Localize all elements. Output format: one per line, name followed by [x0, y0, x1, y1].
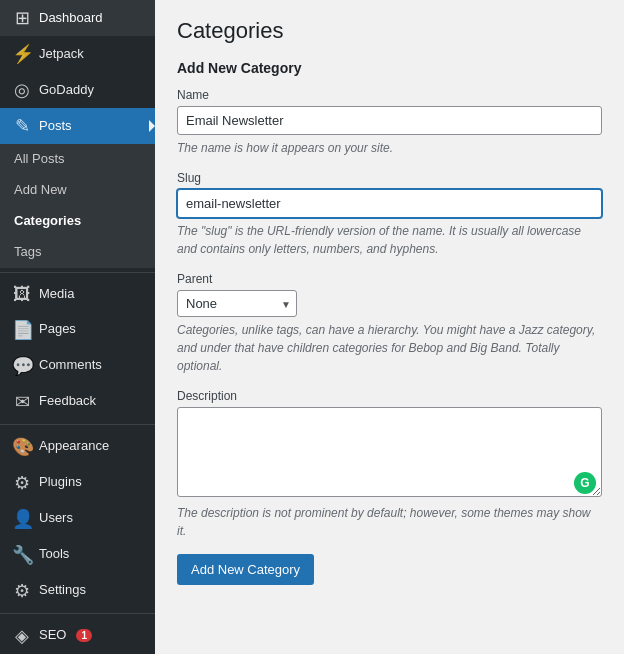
name-input[interactable]	[177, 106, 602, 135]
sidebar-item-label: All Posts	[14, 151, 65, 168]
sidebar-item-godaddy[interactable]: ◎ GoDaddy	[0, 72, 155, 108]
comments-icon: 💬	[12, 355, 32, 377]
sidebar-item-label: Users	[39, 510, 73, 527]
sidebar-item-label: Tags	[14, 244, 41, 261]
sidebar-item-dashboard[interactable]: ⊞ Dashboard	[0, 0, 155, 36]
godaddy-icon: ◎	[12, 79, 32, 101]
media-icon: 🖼	[12, 284, 32, 305]
slug-field-group: Slug The "slug" is the URL-friendly vers…	[177, 171, 602, 258]
description-field-group: Description G The description is not pro…	[177, 389, 602, 540]
sidebar-item-label: Settings	[39, 582, 86, 599]
sidebar-item-label: SEO	[39, 627, 66, 644]
page-title: Categories	[177, 18, 602, 44]
appearance-icon: 🎨	[12, 436, 32, 458]
add-new-category-button[interactable]: Add New Category	[177, 554, 314, 585]
sidebar-item-label: Pages	[39, 321, 76, 338]
sidebar-item-label: Tools	[39, 546, 69, 563]
sidebar-item-label: Categories	[14, 213, 81, 230]
posts-submenu: All Posts Add New Categories Tags	[0, 144, 155, 268]
sidebar-item-label: Jetpack	[39, 46, 84, 63]
sidebar-item-seo[interactable]: ◈ SEO 1	[0, 618, 155, 654]
sidebar-item-all-posts[interactable]: All Posts	[0, 144, 155, 175]
tools-icon: 🔧	[12, 544, 32, 566]
parent-select-wrapper: None ▼	[177, 290, 297, 317]
slug-label: Slug	[177, 171, 602, 185]
plugins-icon: ⚙	[12, 472, 32, 494]
add-new-section-title: Add New Category	[177, 60, 602, 76]
sidebar-item-label: Dashboard	[39, 10, 103, 27]
parent-field-group: Parent None ▼ Categories, unlike tags, c…	[177, 272, 602, 375]
sidebar-item-tags[interactable]: Tags	[0, 237, 155, 268]
users-icon: 👤	[12, 508, 32, 530]
main-content: Categories Add New Category Name The nam…	[155, 0, 624, 654]
sidebar-item-tools[interactable]: 🔧 Tools	[0, 537, 155, 573]
parent-label: Parent	[177, 272, 602, 286]
parent-select[interactable]: None	[177, 290, 297, 317]
settings-icon: ⚙	[12, 580, 32, 602]
pages-icon: 📄	[12, 319, 32, 341]
dashboard-icon: ⊞	[12, 7, 32, 29]
description-label: Description	[177, 389, 602, 403]
sidebar-item-label: Comments	[39, 357, 102, 374]
seo-icon: ◈	[12, 625, 32, 647]
description-hint: The description is not prominent by defa…	[177, 504, 602, 540]
name-hint: The name is how it appears on your site.	[177, 139, 602, 157]
slug-input[interactable]	[177, 189, 602, 218]
parent-hint: Categories, unlike tags, can have a hier…	[177, 321, 602, 375]
description-textarea[interactable]	[177, 407, 602, 497]
grammarly-icon: G	[574, 472, 596, 494]
slug-hint: The "slug" is the URL-friendly version o…	[177, 222, 602, 258]
jetpack-icon: ⚡	[12, 43, 32, 65]
posts-icon: ✎	[12, 115, 32, 137]
feedback-icon: ✉	[12, 391, 32, 413]
description-textarea-wrapper: G	[177, 407, 602, 500]
sidebar-item-comments[interactable]: 💬 Comments	[0, 348, 155, 384]
name-field-group: Name The name is how it appears on your …	[177, 88, 602, 157]
sidebar-item-pages[interactable]: 📄 Pages	[0, 312, 155, 348]
sidebar-item-add-new[interactable]: Add New	[0, 175, 155, 206]
sidebar-item-appearance[interactable]: 🎨 Appearance	[0, 429, 155, 465]
sidebar-item-feedback[interactable]: ✉ Feedback	[0, 384, 155, 420]
sidebar-item-label: Feedback	[39, 393, 96, 410]
sidebar-item-categories[interactable]: Categories	[0, 206, 155, 237]
name-label: Name	[177, 88, 602, 102]
sidebar-item-media[interactable]: 🖼 Media	[0, 277, 155, 312]
sidebar-item-jetpack[interactable]: ⚡ Jetpack	[0, 36, 155, 72]
sidebar-item-settings[interactable]: ⚙ Settings	[0, 573, 155, 609]
seo-badge: 1	[76, 629, 92, 642]
sidebar-item-posts[interactable]: ✎ Posts	[0, 108, 155, 144]
sidebar-item-label: Plugins	[39, 474, 82, 491]
sidebar-item-label: Media	[39, 286, 74, 303]
sidebar-item-label: GoDaddy	[39, 82, 94, 99]
sidebar: ⊞ Dashboard ⚡ Jetpack ◎ GoDaddy ✎ Posts …	[0, 0, 155, 654]
sidebar-item-label: Appearance	[39, 438, 109, 455]
sidebar-item-label: Add New	[14, 182, 67, 199]
sidebar-item-users[interactable]: 👤 Users	[0, 501, 155, 537]
sidebar-item-label: Posts	[39, 118, 72, 135]
sidebar-item-plugins[interactable]: ⚙ Plugins	[0, 465, 155, 501]
